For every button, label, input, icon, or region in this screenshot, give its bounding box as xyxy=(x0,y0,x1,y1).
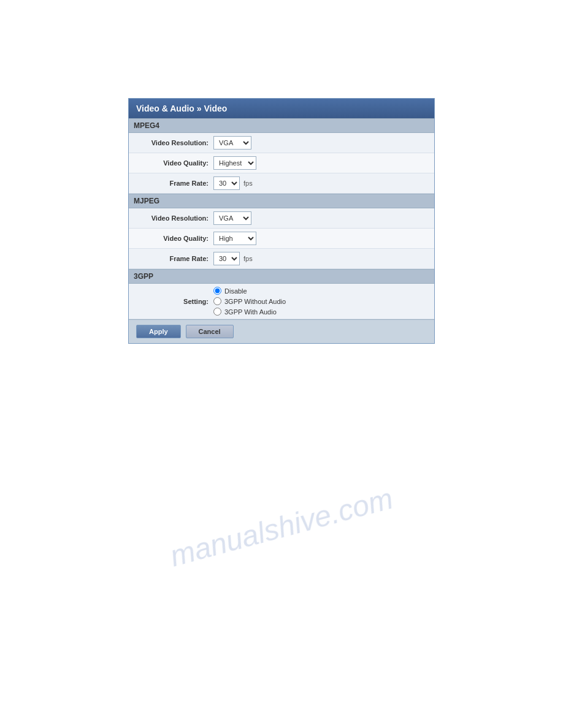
mpeg4-frame-rate-control: 30 25 20 15 10 5 fps xyxy=(213,176,253,190)
mjpeg-video-resolution-row: Video Resolution: VGA QVGA D1 xyxy=(129,208,434,229)
3gpp-disable-option[interactable]: Disable xyxy=(213,287,286,295)
3gpp-radio-group: Disable 3GPP Without Audio 3GPP With Aud… xyxy=(213,287,286,316)
3gpp-disable-radio[interactable] xyxy=(213,287,221,295)
mpeg4-video-resolution-control: VGA QVGA D1 xyxy=(213,136,251,150)
3gpp-without-audio-option[interactable]: 3GPP Without Audio xyxy=(213,297,286,305)
3gpp-with-audio-label: 3GPP With Audio xyxy=(224,308,277,316)
mpeg4-frame-rate-select[interactable]: 30 25 20 15 10 5 xyxy=(213,176,240,190)
mjpeg-frame-rate-control: 30 25 20 15 10 5 fps xyxy=(213,252,253,265)
3gpp-setting-control: Disable 3GPP Without Audio 3GPP With Aud… xyxy=(213,287,286,316)
3gpp-section-header: 3GPP xyxy=(129,269,434,284)
button-row: Apply Cancel xyxy=(129,319,434,343)
apply-button[interactable]: Apply xyxy=(136,325,181,338)
3gpp-without-audio-radio[interactable] xyxy=(213,297,221,305)
video-audio-panel: Video & Audio » Video MPEG4 Video Resolu… xyxy=(128,98,435,344)
mpeg4-frame-rate-row: Frame Rate: 30 25 20 15 10 5 fps xyxy=(129,173,434,194)
mjpeg-frame-rate-select[interactable]: 30 25 20 15 10 5 xyxy=(213,252,240,265)
mjpeg-fps-label: fps xyxy=(243,255,253,262)
mjpeg-frame-rate-row: Frame Rate: 30 25 20 15 10 5 fps xyxy=(129,249,434,269)
mjpeg-frame-rate-label: Frame Rate: xyxy=(134,255,213,262)
mjpeg-video-resolution-control: VGA QVGA D1 xyxy=(213,211,251,225)
mjpeg-video-quality-control: Highest High Medium Low xyxy=(213,232,256,245)
mpeg4-video-quality-control: Highest High Medium Low xyxy=(213,156,256,170)
mpeg4-section-header: MPEG4 xyxy=(129,118,434,133)
mjpeg-video-quality-row: Video Quality: Highest High Medium Low xyxy=(129,229,434,249)
mpeg4-frame-rate-label: Frame Rate: xyxy=(134,180,213,187)
mjpeg-video-quality-label: Video Quality: xyxy=(134,235,213,242)
mpeg4-fps-label: fps xyxy=(243,180,253,187)
mpeg4-video-quality-select[interactable]: Highest High Medium Low xyxy=(213,156,256,170)
mpeg4-video-resolution-row: Video Resolution: VGA QVGA D1 xyxy=(129,133,434,153)
3gpp-without-audio-label: 3GPP Without Audio xyxy=(224,298,286,305)
mpeg4-video-quality-label: Video Quality: xyxy=(134,159,213,167)
3gpp-with-audio-option[interactable]: 3GPP With Audio xyxy=(213,308,286,316)
3gpp-disable-label: Disable xyxy=(224,287,247,295)
mjpeg-video-resolution-label: Video Resolution: xyxy=(134,214,213,222)
mpeg4-video-resolution-label: Video Resolution: xyxy=(134,139,213,146)
3gpp-with-audio-radio[interactable] xyxy=(213,308,221,316)
3gpp-setting-row: Setting: Disable 3GPP Without Audio 3GPP… xyxy=(129,284,434,319)
cancel-button[interactable]: Cancel xyxy=(186,325,234,338)
mpeg4-video-resolution-select[interactable]: VGA QVGA D1 xyxy=(213,136,251,150)
mjpeg-section-header: MJPEG xyxy=(129,194,434,208)
mjpeg-video-resolution-select[interactable]: VGA QVGA D1 xyxy=(213,211,251,225)
mpeg4-video-quality-row: Video Quality: Highest High Medium Low xyxy=(129,153,434,173)
panel-title: Video & Audio » Video xyxy=(129,99,434,118)
3gpp-setting-label: Setting: xyxy=(134,298,213,305)
mjpeg-video-quality-select[interactable]: Highest High Medium Low xyxy=(213,232,256,245)
